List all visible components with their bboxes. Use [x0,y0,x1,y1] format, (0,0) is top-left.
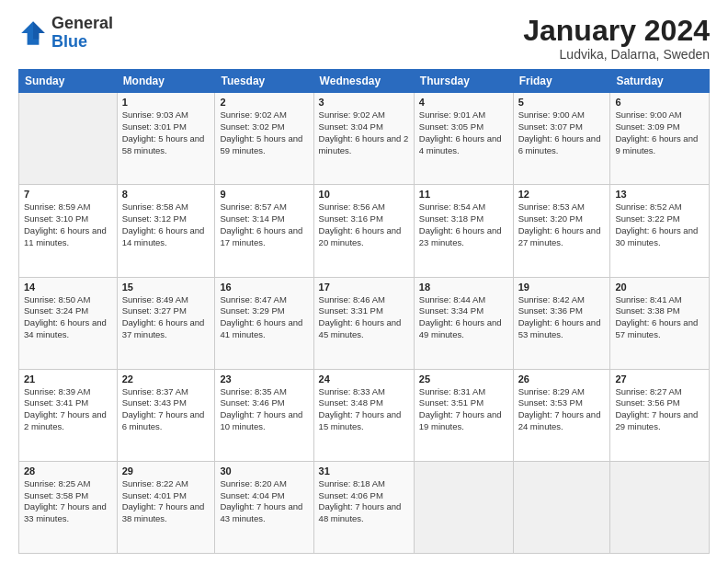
day-cell: 4Sunrise: 9:01 AM Sunset: 3:05 PM Daylig… [414,93,513,185]
day-cell: 30Sunrise: 8:20 AM Sunset: 4:04 PM Dayli… [215,461,313,553]
logo-text: General Blue [51,15,113,52]
logo: General Blue [18,15,113,52]
day-cell: 9Sunrise: 8:57 AM Sunset: 3:14 PM Daylig… [215,185,313,277]
day-number: 4 [419,97,508,108]
day-cell: 15Sunrise: 8:49 AM Sunset: 3:27 PM Dayli… [117,277,215,369]
day-number: 25 [419,373,508,385]
day-cell: 29Sunrise: 8:22 AM Sunset: 4:01 PM Dayli… [117,461,215,553]
month-title: January 2024 [523,15,710,47]
day-cell: 10Sunrise: 8:56 AM Sunset: 3:16 PM Dayli… [313,185,414,277]
day-info: Sunrise: 8:29 AM Sunset: 3:53 PM Dayligh… [518,386,606,433]
day-info: Sunrise: 9:00 AM Sunset: 3:09 PM Dayligh… [615,109,704,156]
day-cell: 14Sunrise: 8:50 AM Sunset: 3:24 PM Dayli… [19,277,118,369]
day-info: Sunrise: 8:53 AM Sunset: 3:20 PM Dayligh… [518,201,606,248]
day-info: Sunrise: 8:42 AM Sunset: 3:36 PM Dayligh… [518,294,606,341]
day-cell: 5Sunrise: 9:00 AM Sunset: 3:07 PM Daylig… [513,93,610,185]
day-number: 21 [24,373,112,385]
day-number: 16 [220,282,308,293]
day-cell [610,461,710,553]
day-info: Sunrise: 8:52 AM Sunset: 3:22 PM Dayligh… [615,201,704,248]
weekday-header-monday: Monday [117,70,215,93]
weekday-header-sunday: Sunday [19,70,118,93]
day-number: 12 [518,189,606,200]
day-number: 11 [419,189,508,200]
day-cell: 12Sunrise: 8:53 AM Sunset: 3:20 PM Dayli… [513,185,610,277]
day-number: 10 [319,189,409,200]
day-info: Sunrise: 8:49 AM Sunset: 3:27 PM Dayligh… [122,294,210,341]
day-info: Sunrise: 8:20 AM Sunset: 4:04 PM Dayligh… [220,478,308,525]
weekday-header-friday: Friday [513,70,610,93]
day-cell: 16Sunrise: 8:47 AM Sunset: 3:29 PM Dayli… [215,277,313,369]
day-number: 26 [518,373,606,385]
week-row-3: 14Sunrise: 8:50 AM Sunset: 3:24 PM Dayli… [19,277,710,369]
day-info: Sunrise: 8:35 AM Sunset: 3:46 PM Dayligh… [220,386,308,433]
day-info: Sunrise: 8:54 AM Sunset: 3:18 PM Dayligh… [419,201,508,248]
day-info: Sunrise: 8:27 AM Sunset: 3:56 PM Dayligh… [615,386,704,433]
day-number: 7 [24,189,112,200]
day-cell: 3Sunrise: 9:02 AM Sunset: 3:04 PM Daylig… [313,93,414,185]
day-number: 24 [319,373,409,385]
header: General Blue January 2024 Ludvika, Dalar… [18,15,710,62]
day-cell: 21Sunrise: 8:39 AM Sunset: 3:41 PM Dayli… [19,369,118,461]
day-cell: 1Sunrise: 9:03 AM Sunset: 3:01 PM Daylig… [117,93,215,185]
week-row-5: 28Sunrise: 8:25 AM Sunset: 3:58 PM Dayli… [19,461,710,553]
day-number: 20 [615,282,704,293]
day-info: Sunrise: 9:02 AM Sunset: 3:02 PM Dayligh… [220,109,308,156]
day-info: Sunrise: 8:56 AM Sunset: 3:16 PM Dayligh… [319,201,409,248]
day-cell: 27Sunrise: 8:27 AM Sunset: 3:56 PM Dayli… [610,369,710,461]
title-block: January 2024 Ludvika, Dalarna, Sweden [523,15,710,62]
day-number: 27 [615,373,704,385]
day-cell: 17Sunrise: 8:46 AM Sunset: 3:31 PM Dayli… [313,277,414,369]
location: Ludvika, Dalarna, Sweden [523,47,710,62]
day-info: Sunrise: 9:02 AM Sunset: 3:04 PM Dayligh… [319,109,409,156]
day-number: 30 [220,465,308,477]
svg-marker-1 [33,21,45,39]
calendar-table: SundayMondayTuesdayWednesdayThursdayFrid… [18,69,710,554]
day-cell: 24Sunrise: 8:33 AM Sunset: 3:48 PM Dayli… [313,369,414,461]
day-number: 5 [518,97,606,108]
day-cell: 19Sunrise: 8:42 AM Sunset: 3:36 PM Dayli… [513,277,610,369]
logo-blue: Blue [51,32,87,51]
day-cell: 23Sunrise: 8:35 AM Sunset: 3:46 PM Dayli… [215,369,313,461]
day-info: Sunrise: 8:39 AM Sunset: 3:41 PM Dayligh… [24,386,112,433]
day-number: 8 [122,189,210,200]
day-number: 31 [319,465,409,477]
day-cell: 25Sunrise: 8:31 AM Sunset: 3:51 PM Dayli… [414,369,513,461]
day-cell: 11Sunrise: 8:54 AM Sunset: 3:18 PM Dayli… [414,185,513,277]
day-cell: 8Sunrise: 8:58 AM Sunset: 3:12 PM Daylig… [117,185,215,277]
day-number: 28 [24,465,112,477]
day-cell: 26Sunrise: 8:29 AM Sunset: 3:53 PM Dayli… [513,369,610,461]
day-info: Sunrise: 8:22 AM Sunset: 4:01 PM Dayligh… [122,478,210,525]
day-info: Sunrise: 8:47 AM Sunset: 3:29 PM Dayligh… [220,294,308,341]
day-number: 1 [122,97,210,108]
weekday-header-thursday: Thursday [414,70,513,93]
day-info: Sunrise: 8:50 AM Sunset: 3:24 PM Dayligh… [24,294,112,341]
week-row-1: 1Sunrise: 9:03 AM Sunset: 3:01 PM Daylig… [19,93,710,185]
day-info: Sunrise: 8:37 AM Sunset: 3:43 PM Dayligh… [122,386,210,433]
day-cell: 20Sunrise: 8:41 AM Sunset: 3:38 PM Dayli… [610,277,710,369]
day-info: Sunrise: 8:33 AM Sunset: 3:48 PM Dayligh… [319,386,409,433]
weekday-header-saturday: Saturday [610,70,710,93]
day-number: 14 [24,282,112,293]
day-info: Sunrise: 8:25 AM Sunset: 3:58 PM Dayligh… [24,478,112,525]
day-number: 18 [419,282,508,293]
day-number: 19 [518,282,606,293]
day-cell: 28Sunrise: 8:25 AM Sunset: 3:58 PM Dayli… [19,461,118,553]
day-number: 13 [615,189,704,200]
day-number: 9 [220,189,308,200]
day-cell: 22Sunrise: 8:37 AM Sunset: 3:43 PM Dayli… [117,369,215,461]
day-info: Sunrise: 8:44 AM Sunset: 3:34 PM Dayligh… [419,294,508,341]
day-info: Sunrise: 8:41 AM Sunset: 3:38 PM Dayligh… [615,294,704,341]
logo-general: General [51,14,113,32]
day-cell: 7Sunrise: 8:59 AM Sunset: 3:10 PM Daylig… [19,185,118,277]
day-info: Sunrise: 8:59 AM Sunset: 3:10 PM Dayligh… [24,201,112,248]
day-number: 3 [319,97,409,108]
day-cell [19,93,118,185]
day-info: Sunrise: 8:18 AM Sunset: 4:06 PM Dayligh… [319,478,409,525]
day-number: 6 [615,97,704,108]
day-cell: 2Sunrise: 9:02 AM Sunset: 3:02 PM Daylig… [215,93,313,185]
weekday-header-tuesday: Tuesday [215,70,313,93]
weekday-header-wednesday: Wednesday [313,70,414,93]
day-number: 2 [220,97,308,108]
day-cell: 18Sunrise: 8:44 AM Sunset: 3:34 PM Dayli… [414,277,513,369]
